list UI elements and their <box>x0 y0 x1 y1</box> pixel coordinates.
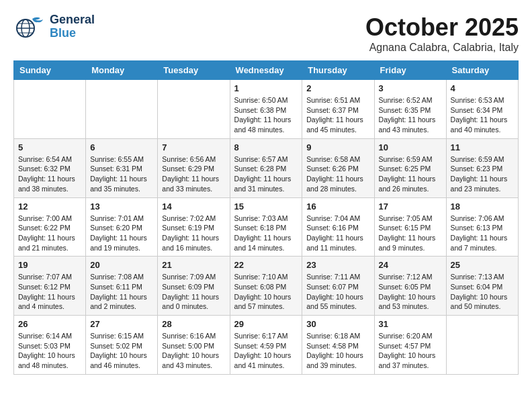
calendar-week-row: 19Sunrise: 7:07 AMSunset: 6:12 PMDayligh… <box>14 257 519 316</box>
calendar-cell: 18Sunrise: 7:06 AMSunset: 6:13 PMDayligh… <box>446 197 518 257</box>
calendar-cell: 30Sunrise: 6:18 AMSunset: 4:58 PMDayligh… <box>302 316 374 375</box>
day-info: Sunrise: 7:00 AMSunset: 6:22 PMDaylight:… <box>18 214 81 253</box>
calendar-cell: 16Sunrise: 7:04 AMSunset: 6:16 PMDayligh… <box>302 197 374 257</box>
day-info: Sunrise: 6:51 AMSunset: 6:37 PMDaylight:… <box>306 95 369 135</box>
calendar-cell: 5Sunrise: 6:54 AMSunset: 6:32 PMDaylight… <box>14 138 86 197</box>
day-info: Sunrise: 7:11 AMSunset: 6:07 PMDaylight:… <box>306 272 369 312</box>
day-number: 14 <box>162 201 225 212</box>
day-info: Sunrise: 7:02 AMSunset: 6:19 PMDaylight:… <box>162 214 225 253</box>
calendar-week-row: 1Sunrise: 6:50 AMSunset: 6:38 PMDaylight… <box>14 80 519 139</box>
day-info: Sunrise: 6:52 AMSunset: 6:35 PMDaylight:… <box>379 95 442 135</box>
day-info: Sunrise: 7:09 AMSunset: 6:09 PMDaylight:… <box>162 272 225 312</box>
logo-blue: Blue <box>50 27 95 40</box>
day-number: 10 <box>379 142 442 152</box>
day-info: Sunrise: 7:03 AMSunset: 6:18 PMDaylight:… <box>234 214 298 253</box>
calendar-cell <box>86 80 158 139</box>
day-number: 16 <box>306 201 369 212</box>
col-tuesday: Tuesday <box>158 61 230 80</box>
calendar-cell: 28Sunrise: 6:16 AMSunset: 5:00 PMDayligh… <box>158 316 230 375</box>
day-number: 7 <box>162 142 225 152</box>
day-info: Sunrise: 7:13 AMSunset: 6:04 PMDaylight:… <box>451 272 514 312</box>
day-info: Sunrise: 6:59 AMSunset: 6:23 PMDaylight:… <box>451 154 514 194</box>
day-info: Sunrise: 6:20 AMSunset: 4:57 PMDaylight:… <box>379 331 442 371</box>
day-info: Sunrise: 6:57 AMSunset: 6:28 PMDaylight:… <box>234 154 298 194</box>
title-block: October 2025 Agnana Calabra, Calabria, I… <box>365 13 519 54</box>
day-number: 9 <box>306 142 369 152</box>
calendar-cell: 31Sunrise: 6:20 AMSunset: 4:57 PMDayligh… <box>374 316 446 375</box>
month-title: October 2025 <box>365 13 519 42</box>
calendar-cell: 1Sunrise: 6:50 AMSunset: 6:38 PMDaylight… <box>230 80 302 139</box>
day-info: Sunrise: 7:01 AMSunset: 6:20 PMDaylight:… <box>90 214 153 253</box>
calendar-cell: 17Sunrise: 7:05 AMSunset: 6:15 PMDayligh… <box>374 197 446 257</box>
calendar-cell: 25Sunrise: 7:13 AMSunset: 6:04 PMDayligh… <box>446 257 518 316</box>
day-info: Sunrise: 6:16 AMSunset: 5:00 PMDaylight:… <box>162 331 225 371</box>
day-info: Sunrise: 6:58 AMSunset: 6:26 PMDaylight:… <box>306 154 369 194</box>
col-monday: Monday <box>86 61 158 80</box>
day-info: Sunrise: 6:18 AMSunset: 4:58 PMDaylight:… <box>306 331 369 371</box>
day-number: 25 <box>451 260 514 270</box>
day-number: 1 <box>234 83 298 93</box>
day-number: 23 <box>306 260 369 270</box>
logo-text: General Blue <box>50 13 95 40</box>
calendar-cell: 10Sunrise: 6:59 AMSunset: 6:25 PMDayligh… <box>374 138 446 197</box>
calendar-cell: 3Sunrise: 6:52 AMSunset: 6:35 PMDaylight… <box>374 80 446 139</box>
calendar-cell: 27Sunrise: 6:15 AMSunset: 5:02 PMDayligh… <box>86 316 158 375</box>
calendar-cell: 22Sunrise: 7:10 AMSunset: 6:08 PMDayligh… <box>230 257 302 316</box>
calendar-cell: 4Sunrise: 6:53 AMSunset: 6:34 PMDaylight… <box>446 80 518 139</box>
col-sunday: Sunday <box>14 61 86 80</box>
day-number: 6 <box>90 142 153 152</box>
calendar-table: Sunday Monday Tuesday Wednesday Thursday… <box>13 60 519 375</box>
day-info: Sunrise: 6:59 AMSunset: 6:25 PMDaylight:… <box>379 154 442 194</box>
day-info: Sunrise: 7:07 AMSunset: 6:12 PMDaylight:… <box>18 272 81 312</box>
day-number: 24 <box>379 260 442 270</box>
day-number: 4 <box>451 83 514 93</box>
calendar-cell: 23Sunrise: 7:11 AMSunset: 6:07 PMDayligh… <box>302 257 374 316</box>
day-number: 28 <box>162 319 225 329</box>
calendar-week-row: 5Sunrise: 6:54 AMSunset: 6:32 PMDaylight… <box>14 138 519 197</box>
day-number: 17 <box>379 201 442 212</box>
calendar-cell: 11Sunrise: 6:59 AMSunset: 6:23 PMDayligh… <box>446 138 518 197</box>
calendar-cell: 8Sunrise: 6:57 AMSunset: 6:28 PMDaylight… <box>230 138 302 197</box>
day-number: 19 <box>18 260 81 270</box>
logo-icon <box>13 13 47 40</box>
day-number: 31 <box>379 319 442 329</box>
col-thursday: Thursday <box>302 61 374 80</box>
calendar-cell: 14Sunrise: 7:02 AMSunset: 6:19 PMDayligh… <box>158 197 230 257</box>
col-wednesday: Wednesday <box>230 61 302 80</box>
day-number: 22 <box>234 260 298 270</box>
day-info: Sunrise: 6:50 AMSunset: 6:38 PMDaylight:… <box>234 95 298 135</box>
day-number: 13 <box>90 201 153 212</box>
day-info: Sunrise: 6:56 AMSunset: 6:29 PMDaylight:… <box>162 154 225 194</box>
day-info: Sunrise: 6:15 AMSunset: 5:02 PMDaylight:… <box>90 331 153 371</box>
calendar-header-row: Sunday Monday Tuesday Wednesday Thursday… <box>14 61 519 80</box>
day-info: Sunrise: 7:10 AMSunset: 6:08 PMDaylight:… <box>234 272 298 312</box>
calendar-cell: 7Sunrise: 6:56 AMSunset: 6:29 PMDaylight… <box>158 138 230 197</box>
day-number: 27 <box>90 319 153 329</box>
calendar-cell: 13Sunrise: 7:01 AMSunset: 6:20 PMDayligh… <box>86 197 158 257</box>
day-info: Sunrise: 6:17 AMSunset: 4:59 PMDaylight:… <box>234 331 298 371</box>
col-friday: Friday <box>374 61 446 80</box>
day-info: Sunrise: 7:04 AMSunset: 6:16 PMDaylight:… <box>306 214 369 253</box>
calendar-cell: 2Sunrise: 6:51 AMSunset: 6:37 PMDaylight… <box>302 80 374 139</box>
calendar-cell: 20Sunrise: 7:08 AMSunset: 6:11 PMDayligh… <box>86 257 158 316</box>
day-number: 18 <box>451 201 514 212</box>
day-number: 3 <box>379 83 442 93</box>
logo: General Blue <box>13 13 95 40</box>
calendar-cell: 19Sunrise: 7:07 AMSunset: 6:12 PMDayligh… <box>14 257 86 316</box>
calendar-cell <box>14 80 86 139</box>
day-number: 2 <box>306 83 369 93</box>
calendar-cell: 21Sunrise: 7:09 AMSunset: 6:09 PMDayligh… <box>158 257 230 316</box>
day-number: 21 <box>162 260 225 270</box>
day-info: Sunrise: 7:05 AMSunset: 6:15 PMDaylight:… <box>379 214 442 253</box>
day-number: 8 <box>234 142 298 152</box>
col-saturday: Saturday <box>446 61 518 80</box>
calendar-cell: 26Sunrise: 6:14 AMSunset: 5:03 PMDayligh… <box>14 316 86 375</box>
calendar-cell: 9Sunrise: 6:58 AMSunset: 6:26 PMDaylight… <box>302 138 374 197</box>
day-info: Sunrise: 6:54 AMSunset: 6:32 PMDaylight:… <box>18 154 81 194</box>
day-info: Sunrise: 7:06 AMSunset: 6:13 PMDaylight:… <box>451 214 514 253</box>
day-info: Sunrise: 7:08 AMSunset: 6:11 PMDaylight:… <box>90 272 153 312</box>
day-number: 29 <box>234 319 298 329</box>
day-number: 12 <box>18 201 81 212</box>
calendar-cell: 6Sunrise: 6:55 AMSunset: 6:31 PMDaylight… <box>86 138 158 197</box>
calendar-cell: 29Sunrise: 6:17 AMSunset: 4:59 PMDayligh… <box>230 316 302 375</box>
